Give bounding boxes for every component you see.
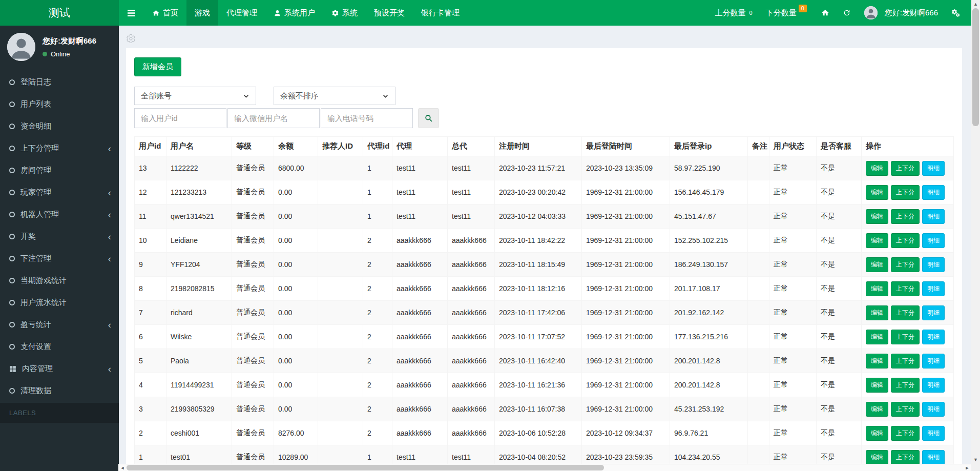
horizontal-scrollbar-thumb[interactable]: [127, 465, 604, 470]
edit-button[interactable]: 编辑: [866, 378, 888, 393]
detail-button[interactable]: 明细: [922, 330, 945, 344]
settings-menu-button[interactable]: [945, 0, 967, 26]
sidebar-toggle-button[interactable]: [119, 0, 144, 26]
scroll-left-arrow-icon[interactable]: ◄: [118, 464, 127, 471]
horizontal-scrollbar[interactable]: ◄ ►: [118, 464, 971, 471]
agent_id-cell: 2: [363, 421, 392, 445]
updown-score-button[interactable]: 上下分: [891, 378, 920, 393]
detail-button[interactable]: 明细: [922, 426, 945, 441]
updown-score-button[interactable]: 上下分: [891, 450, 920, 464]
balance-cell: 0.00: [274, 349, 318, 373]
sidebar-item-11[interactable]: 盈亏统计‹: [0, 314, 119, 336]
account-filter-select[interactable]: 全部账号: [134, 87, 256, 105]
edit-button[interactable]: 编辑: [866, 185, 888, 200]
sidebar-item-13[interactable]: 内容管理‹: [0, 358, 119, 380]
wechat-name-input[interactable]: [227, 108, 320, 128]
name-cell: ceshi001: [166, 421, 232, 445]
updown-score-button[interactable]: 上下分: [891, 281, 920, 296]
user-id-input[interactable]: [134, 108, 226, 128]
scroll-right-arrow-icon[interactable]: ►: [963, 464, 971, 471]
edit-button[interactable]: 编辑: [866, 330, 888, 344]
search-button[interactable]: [418, 108, 439, 128]
updown-score-button[interactable]: 上下分: [891, 209, 920, 224]
home-shortcut-button[interactable]: [815, 0, 836, 26]
edit-button[interactable]: 编辑: [866, 426, 888, 441]
updown-score-button[interactable]: 上下分: [891, 402, 920, 417]
phone-input[interactable]: [321, 108, 413, 128]
remark-cell: [748, 156, 769, 180]
top-navbar: 测试 首页游戏代理管理系统用户系统预设开奖银行卡管理 上分数量0 下分数量0 您…: [0, 0, 980, 26]
actions-cell: 编辑上下分明细: [862, 445, 954, 464]
balance-sort-select[interactable]: 余额不排序: [274, 87, 395, 105]
detail-button[interactable]: 明细: [922, 402, 945, 417]
updown-score-button[interactable]: 上下分: [891, 426, 920, 441]
vertical-scrollbar-thumb[interactable]: [972, 8, 979, 126]
vertical-scrollbar[interactable]: ▲ ▼: [971, 0, 980, 464]
widget-toggle-button[interactable]: [126, 31, 962, 46]
level-cell: 普通会员: [232, 180, 274, 204]
updown-score-button[interactable]: 上下分: [891, 257, 920, 272]
edit-button[interactable]: 编辑: [866, 281, 888, 296]
brand-logo[interactable]: 测试: [0, 0, 119, 26]
updown-score-button[interactable]: 上下分: [891, 161, 920, 176]
detail-button[interactable]: 明细: [922, 257, 945, 272]
nav-item-0[interactable]: 首页: [144, 0, 186, 26]
edit-button[interactable]: 编辑: [866, 450, 888, 464]
sidebar-item-8[interactable]: 下注管理‹: [0, 248, 119, 270]
edit-button[interactable]: 编辑: [866, 305, 888, 320]
sidebar-item-6[interactable]: 机器人管理‹: [0, 203, 119, 226]
sidebar-item-2[interactable]: 资金明细: [0, 115, 119, 137]
sidebar-item-10[interactable]: 用户流水统计: [0, 292, 119, 314]
circle-icon: [9, 101, 15, 107]
agent_id-cell: 2: [363, 277, 392, 301]
edit-button[interactable]: 编辑: [866, 257, 888, 272]
detail-button[interactable]: 明细: [922, 161, 945, 176]
nav-item-4[interactable]: 系统: [323, 0, 366, 26]
detail-button[interactable]: 明细: [922, 354, 945, 368]
status-cell: 正常: [769, 277, 817, 301]
edit-button[interactable]: 编辑: [866, 354, 888, 368]
circle-icon: [9, 146, 15, 151]
sidebar-item-1[interactable]: 用户列表: [0, 93, 119, 115]
updown-score-button[interactable]: 上下分: [891, 233, 920, 248]
sidebar-item-0[interactable]: 登陆日志: [0, 71, 119, 93]
sidebar-item-7[interactable]: 开奖‹: [0, 226, 119, 248]
sidebar-item-label: 资金明细: [20, 121, 51, 131]
detail-button[interactable]: 明细: [922, 233, 945, 248]
add-member-button[interactable]: 新增会员: [134, 57, 181, 76]
updown-score-button[interactable]: 上下分: [891, 354, 920, 368]
sidebar-item-14[interactable]: 清理数据: [0, 380, 119, 402]
sidebar-item-9[interactable]: 当期游戏统计: [0, 270, 119, 292]
sidebar-item-12[interactable]: 支付设置: [0, 336, 119, 358]
edit-button[interactable]: 编辑: [866, 402, 888, 417]
name-cell: Paola: [166, 349, 232, 373]
referrer-cell: [318, 277, 363, 301]
edit-button[interactable]: 编辑: [866, 161, 888, 176]
detail-button[interactable]: 明细: [922, 378, 945, 393]
updown-score-button[interactable]: 上下分: [891, 305, 920, 320]
scroll-down-arrow-icon[interactable]: ▼: [971, 456, 980, 464]
updown-score-button[interactable]: 上下分: [891, 330, 920, 344]
up-score-menu[interactable]: 上分数量0: [708, 0, 759, 26]
nav-item-6[interactable]: 银行卡管理: [413, 0, 468, 26]
detail-button[interactable]: 明细: [922, 450, 945, 464]
refresh-button[interactable]: [836, 0, 858, 26]
nav-item-1[interactable]: 游戏: [186, 0, 218, 26]
sidebar-item-3[interactable]: 上下分管理‹: [0, 137, 119, 159]
detail-button[interactable]: 明细: [922, 185, 945, 200]
scroll-up-arrow-icon[interactable]: ▲: [971, 0, 980, 8]
edit-button[interactable]: 编辑: [866, 233, 888, 248]
user-menu[interactable]: 您好:发财啊666: [858, 0, 945, 26]
edit-button[interactable]: 编辑: [866, 209, 888, 224]
nav-item-2[interactable]: 代理管理: [218, 0, 265, 26]
updown-score-button[interactable]: 上下分: [891, 185, 920, 200]
detail-button[interactable]: 明细: [922, 209, 945, 224]
sidebar-item-5[interactable]: 玩家管理‹: [0, 181, 119, 203]
column-header: 注册时间: [495, 137, 582, 156]
nav-item-3[interactable]: 系统用户: [265, 0, 323, 26]
sidebar-item-4[interactable]: 房间管理: [0, 159, 119, 181]
nav-item-5[interactable]: 预设开奖: [366, 0, 413, 26]
detail-button[interactable]: 明细: [922, 305, 945, 320]
detail-button[interactable]: 明细: [922, 281, 945, 296]
down-score-menu[interactable]: 下分数量0: [759, 0, 815, 26]
